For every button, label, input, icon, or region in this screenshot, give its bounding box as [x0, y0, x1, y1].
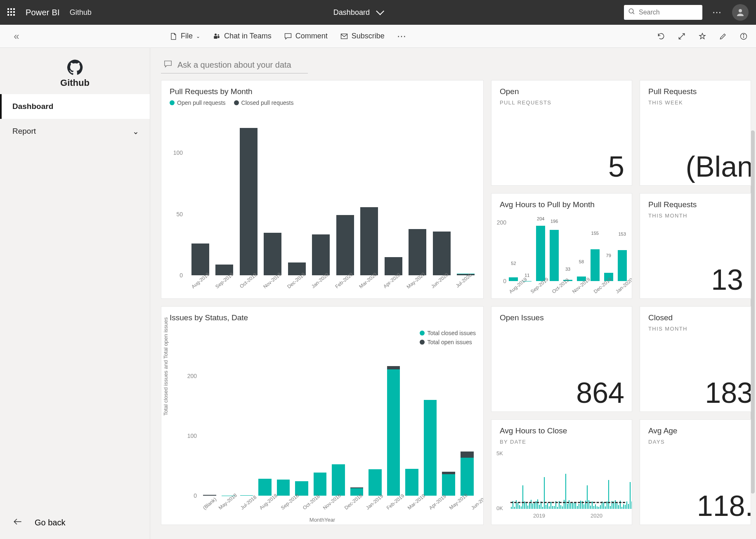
info-icon: [739, 32, 748, 40]
sidebar-item-dashboard[interactable]: Dashboard: [0, 94, 150, 119]
workspace-name[interactable]: Github: [70, 8, 92, 17]
file-icon: [169, 32, 177, 40]
tile-title: Avg Hours to Pull by Month: [500, 200, 624, 209]
star-icon: [698, 32, 706, 40]
subscribe-button[interactable]: Subscribe: [340, 32, 385, 40]
fullscreen-button[interactable]: [678, 32, 686, 40]
svg-rect-7: [341, 34, 347, 39]
tile-title: Avg Age: [648, 426, 742, 435]
tile-issues-by-status[interactable]: Issues by Status, Date Total closed issu…: [161, 306, 484, 525]
refresh-icon: [657, 32, 665, 40]
tile-open-pr[interactable]: Open PULL REQUESTS 5: [491, 80, 632, 186]
pencil-icon: [719, 32, 727, 40]
toolbar-more-icon[interactable]: ⋯: [397, 31, 407, 42]
kpi-value: 118.: [697, 492, 751, 520]
chart-issues-by-status: [202, 352, 475, 496]
tile-avg-hours-close[interactable]: Avg Hours to Close BY DATE 0K 5K 2019202…: [491, 419, 632, 525]
avatar[interactable]: [732, 4, 749, 21]
svg-line-1: [633, 12, 634, 14]
chart-avg-hours-pull: 5211204196335815579153: [508, 217, 628, 281]
chart-legend: Total closed issues Total open issues: [420, 330, 476, 345]
qna-input[interactable]: Ask a question about your data: [161, 57, 308, 73]
dashboard-canvas: Ask a question about your data Pull Requ…: [150, 48, 756, 539]
comment-icon: [163, 59, 172, 71]
comment-icon: [284, 32, 292, 40]
tile-title: Pull Requests: [648, 200, 742, 209]
teams-icon: [213, 32, 221, 40]
edit-button[interactable]: [719, 32, 727, 40]
kpi-value: 183: [705, 378, 751, 407]
brand-label: Power BI: [26, 8, 60, 17]
svg-point-10: [743, 34, 744, 35]
svg-rect-6: [218, 36, 220, 38]
tile-avg-hours-pull[interactable]: Avg Hours to Pull by Month 5211204196335…: [491, 193, 632, 299]
svg-point-2: [739, 9, 742, 12]
refresh-button[interactable]: [657, 32, 665, 40]
collapse-sidebar-button[interactable]: [8, 31, 25, 42]
svg-point-0: [629, 9, 633, 13]
kpi-value: 13: [711, 265, 743, 294]
chart-avg-hours-close: 0K 5K 20192020: [510, 453, 625, 509]
tile-title: Open Issues: [500, 313, 624, 322]
chevron-down-icon: ⌄: [132, 127, 139, 136]
sidebar: Github Dashboard Report ⌄ Go back: [0, 48, 150, 539]
chevron-down-icon: [374, 8, 382, 17]
expand-icon: [678, 32, 686, 40]
tile-title: Open: [500, 87, 624, 96]
view-name: Dashboard: [333, 8, 370, 17]
app-launcher-icon[interactable]: [7, 8, 16, 17]
arrow-left-icon: [12, 516, 23, 529]
svg-point-3: [215, 33, 217, 35]
comment-button[interactable]: Comment: [284, 32, 328, 40]
svg-point-4: [218, 34, 219, 35]
toolbar: File ⌄ Chat in Teams Comment Subscribe ⋯: [0, 25, 756, 48]
tile-title: Closed: [648, 313, 742, 322]
double-chevron-icon: [14, 31, 19, 42]
tile-pr-this-month[interactable]: Pull Requests THIS MONTH 13: [640, 193, 751, 299]
file-menu[interactable]: File ⌄: [169, 32, 200, 40]
svg-rect-5: [214, 36, 217, 39]
kpi-value: 864: [576, 378, 624, 407]
mail-icon: [340, 32, 348, 40]
scrollbar[interactable]: [751, 130, 755, 494]
tile-closed-this-month[interactable]: Closed THIS MONTH 183: [640, 306, 751, 412]
view-switcher[interactable]: Dashboard: [102, 8, 614, 17]
kpi-value: 5: [608, 152, 624, 181]
chevron-down-icon: ⌄: [196, 33, 200, 39]
chat-in-teams-button[interactable]: Chat in Teams: [213, 32, 272, 40]
more-options-icon[interactable]: ⋯: [712, 7, 722, 18]
tile-avg-age[interactable]: Avg Age DAYS 118.: [640, 419, 751, 525]
search-icon: [628, 8, 636, 17]
tile-pr-by-month[interactable]: Pull Requests by Month Open pull request…: [161, 80, 484, 299]
tile-open-issues[interactable]: Open Issues 864: [491, 306, 632, 412]
tile-title: Pull Requests: [648, 87, 742, 96]
kpi-value: (Blan: [686, 152, 751, 181]
search-field[interactable]: [639, 9, 721, 16]
tile-title: Pull Requests by Month: [170, 87, 475, 96]
tile-pr-this-week[interactable]: Pull Requests THIS WEEK (Blan: [640, 80, 751, 186]
search-input[interactable]: [624, 5, 702, 20]
favorite-button[interactable]: [698, 32, 706, 40]
tile-title: Issues by Status, Date: [170, 313, 475, 322]
info-button[interactable]: [739, 32, 748, 40]
tile-title: Avg Hours to Close: [500, 426, 624, 435]
sidebar-item-report[interactable]: Report ⌄: [0, 119, 150, 144]
go-back-button[interactable]: Go back: [0, 506, 150, 539]
top-app-bar: Power BI Github Dashboard ⋯: [0, 0, 756, 25]
chart-pr-by-month: [189, 116, 477, 275]
chart-legend: Open pull requests Closed pull requests: [170, 99, 475, 106]
sidebar-title: Github: [0, 78, 150, 88]
github-icon: [67, 59, 83, 75]
